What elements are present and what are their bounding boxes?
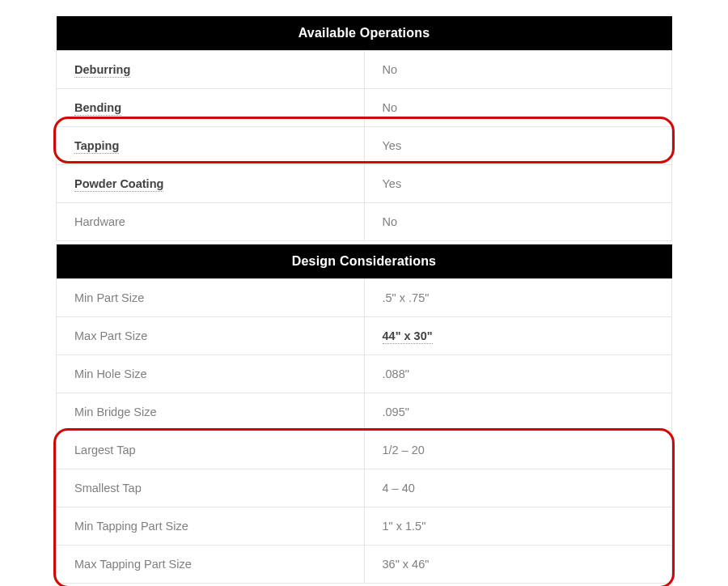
table-row: Min Hole Size .088": [57, 355, 672, 393]
operation-value: No: [364, 203, 672, 241]
operation-label: Tapping: [74, 139, 119, 154]
design-value: .5" x .75": [364, 279, 672, 317]
operation-label: Deburring: [74, 63, 130, 78]
table-row: Tapping Yes: [57, 127, 672, 165]
design-title: Design Considerations: [57, 244, 672, 279]
design-label: Min Tapping Part Size: [57, 507, 365, 546]
design-value: 4 – 40: [364, 469, 672, 507]
design-value: 44" x 30": [383, 329, 433, 344]
design-value: .088": [364, 355, 672, 393]
design-label: Largest Tap: [57, 431, 365, 469]
design-label: Max Tapping Part Size: [57, 546, 365, 584]
table-row: Min Part Size .5" x .75": [57, 279, 672, 317]
design-value: 1/2 – 20: [364, 431, 672, 469]
table-row: Powder Coating Yes: [57, 165, 672, 203]
table-row: Min Tapping Part Size 1" x 1.5": [57, 507, 672, 546]
design-table: Design Considerations Min Part Size .5" …: [56, 244, 672, 584]
operation-value: No: [364, 51, 672, 89]
design-value: 1" x 1.5": [364, 507, 672, 546]
operations-table: Available Operations Deburring No Bendin…: [56, 16, 672, 241]
table-row: Deburring No: [57, 51, 672, 89]
operation-label: Hardware: [57, 203, 365, 241]
design-label: Max Part Size: [57, 317, 365, 355]
design-label: Min Hole Size: [57, 355, 365, 393]
operation-label: Bending: [74, 101, 121, 116]
design-value: .095": [364, 393, 672, 431]
operation-value: No: [364, 89, 672, 127]
page-container: Available Operations Deburring No Bendin…: [56, 16, 672, 584]
table-row: Largest Tap 1/2 – 20: [57, 431, 672, 469]
design-label: Min Part Size: [57, 279, 365, 317]
operations-header-row: Available Operations: [57, 16, 672, 51]
table-row: Min Bridge Size .095": [57, 393, 672, 431]
design-header-row: Design Considerations: [57, 244, 672, 279]
design-label: Min Bridge Size: [57, 393, 365, 431]
table-row: Hardware No: [57, 203, 672, 241]
design-label: Smallest Tap: [57, 469, 365, 507]
table-row: Smallest Tap 4 – 40: [57, 469, 672, 507]
operation-value: Yes: [364, 165, 672, 203]
operation-label: Powder Coating: [74, 177, 163, 192]
design-value: 36" x 46": [364, 546, 672, 584]
operation-value: Yes: [364, 127, 672, 165]
operations-title: Available Operations: [57, 16, 672, 51]
table-row: Bending No: [57, 89, 672, 127]
table-row: Max Part Size 44" x 30": [57, 317, 672, 355]
table-row: Max Tapping Part Size 36" x 46": [57, 546, 672, 584]
